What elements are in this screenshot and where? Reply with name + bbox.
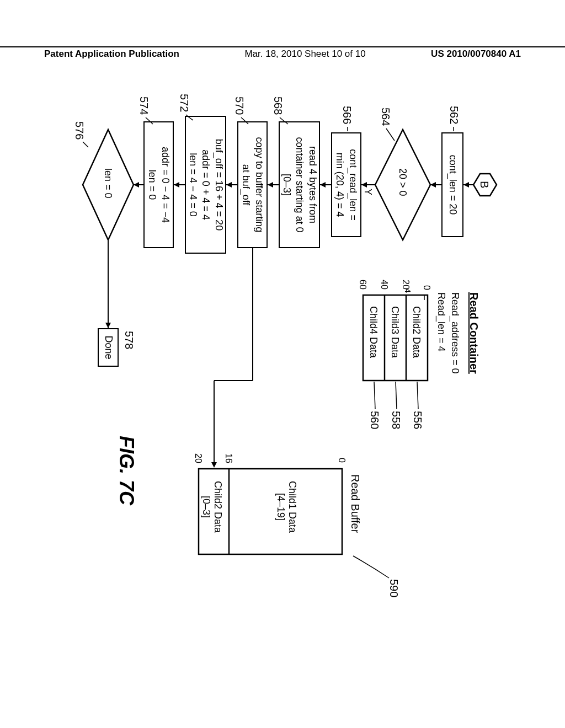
header-center: Mar. 18, 2010 Sheet 10 of 10 bbox=[244, 47, 365, 60]
svg-marker-8 bbox=[361, 182, 367, 188]
ct40: 40 bbox=[379, 280, 389, 290]
svg-marker-23 bbox=[105, 323, 111, 328]
figure-label: FIG. 7C bbox=[115, 436, 138, 505]
container-c4: Child4 Data bbox=[367, 306, 379, 358]
svg-line-9 bbox=[386, 129, 395, 141]
bt0: 0 bbox=[337, 458, 347, 463]
box-572: buf_off = 16 + 4 = 20 addr = 0 + 4 = 4 l… bbox=[185, 116, 226, 254]
svg-marker-16 bbox=[226, 182, 232, 188]
svg-line-31 bbox=[374, 382, 375, 409]
ref-574: 574 bbox=[137, 97, 150, 115]
svg-line-29 bbox=[417, 382, 418, 409]
svg-marker-14 bbox=[268, 182, 273, 188]
ref-570: 570 bbox=[233, 97, 246, 115]
ref-566: 566 bbox=[340, 106, 353, 124]
decision-564: 20 > 0 bbox=[397, 168, 408, 196]
svg-marker-5 bbox=[430, 182, 436, 188]
start-b: B bbox=[478, 181, 491, 188]
buffer-title: Read Buffer bbox=[349, 474, 361, 533]
container-c3: Child3 Data bbox=[389, 306, 401, 358]
svg-marker-20 bbox=[134, 182, 139, 188]
box-566: cont_read_len = min (20, 4) = 4 bbox=[331, 132, 361, 237]
page-header: Patent Application Publication Mar. 18, … bbox=[0, 46, 565, 64]
figure-7c: B cont_len = 20 562 20 > 0 Y 564 cont_re… bbox=[0, 110, 497, 540]
header-left: Patent Application Publication bbox=[44, 47, 179, 60]
svg-line-24 bbox=[83, 142, 88, 147]
buffer-c1: Child1 Data [4–19] bbox=[275, 481, 298, 533]
decision-576: len = 0 bbox=[102, 168, 114, 199]
box-562: cont_len = 20 bbox=[441, 132, 463, 237]
ref-560: 560 bbox=[368, 411, 381, 429]
ref-578: 578 bbox=[122, 331, 135, 349]
ct0: 0 bbox=[422, 285, 431, 290]
box-574: addr = 0 − 4 = −4 len = 0 bbox=[143, 121, 174, 248]
ref-558: 558 bbox=[390, 411, 402, 429]
box-570: copy to buffer starting at buf_off bbox=[237, 121, 268, 248]
box-done: Done bbox=[98, 328, 119, 367]
svg-marker-18 bbox=[174, 182, 179, 188]
ct60: 60 bbox=[358, 280, 367, 290]
header-right: US 2010/0070840 A1 bbox=[431, 47, 521, 60]
ct20: 20 bbox=[401, 280, 411, 290]
ref-564: 564 bbox=[379, 108, 392, 126]
svg-line-30 bbox=[396, 382, 397, 409]
svg-marker-12 bbox=[320, 182, 326, 188]
container-title: Read Container bbox=[467, 292, 480, 374]
ref-562: 562 bbox=[447, 106, 460, 124]
ref-568: 568 bbox=[271, 97, 284, 115]
decision-564-yes: Y bbox=[362, 189, 374, 195]
container-addr: Read_address = 0 bbox=[449, 292, 461, 374]
ref-572: 572 bbox=[178, 94, 190, 112]
ref-590: 590 bbox=[387, 579, 400, 597]
ref-576: 576 bbox=[73, 121, 86, 140]
container-len: Read_len = 4 bbox=[435, 292, 447, 352]
ref-556: 556 bbox=[411, 411, 424, 429]
svg-marker-37 bbox=[211, 462, 217, 468]
box-568: read 4 bytes from container starting at … bbox=[279, 121, 320, 248]
svg-marker-2 bbox=[463, 182, 469, 188]
buffer-c2: Child2 Data [0–3] bbox=[200, 481, 223, 533]
bt20: 20 bbox=[193, 453, 203, 463]
bt16: 16 bbox=[223, 453, 233, 463]
container-c2: Child2 Data bbox=[411, 306, 422, 358]
